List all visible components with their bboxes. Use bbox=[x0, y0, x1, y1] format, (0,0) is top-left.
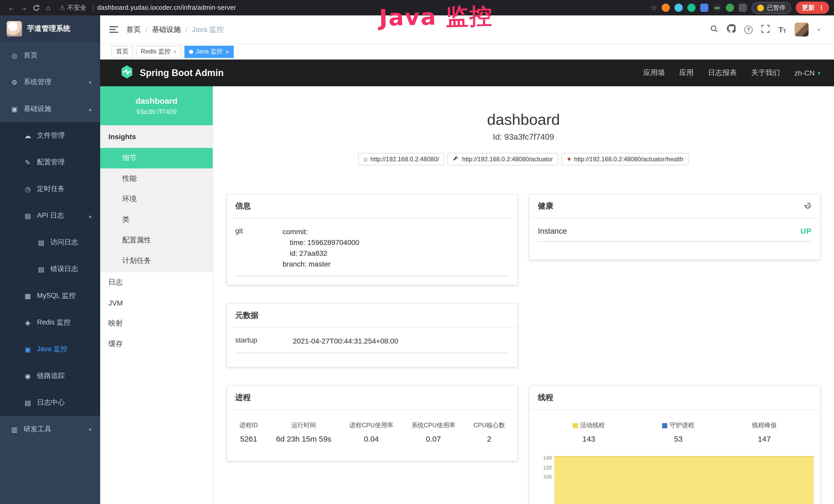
close-icon[interactable]: × bbox=[225, 48, 229, 55]
locale-selector[interactable]: zh-CN ▾ bbox=[794, 69, 820, 77]
panel-item-metrics[interactable]: 性能 bbox=[100, 168, 213, 189]
browser-home-icon[interactable]: ⌂ bbox=[42, 2, 54, 14]
sidebar-item-home[interactable]: ◎ 首页 bbox=[0, 42, 100, 69]
extension-icon-orange[interactable] bbox=[662, 4, 670, 12]
extension-icon-leaf[interactable] bbox=[726, 4, 734, 12]
panel-item-caches[interactable]: 缓存 bbox=[100, 334, 213, 354]
document-icon: ▤ bbox=[24, 399, 32, 407]
info-card-body: git commit: time: 1596289704000 id: 27aa… bbox=[227, 218, 517, 284]
sidebar-item-label: 日志中心 bbox=[37, 398, 65, 407]
page-title: dashboard bbox=[226, 111, 820, 129]
sba-brand[interactable]: Spring Boot Admin bbox=[120, 65, 224, 82]
search-icon[interactable] bbox=[710, 24, 718, 35]
sidebar-item-job[interactable]: ◷ 定时任务 bbox=[0, 176, 100, 202]
infra-icon: ▣ bbox=[10, 105, 19, 113]
panel-item-classes[interactable]: 类 bbox=[100, 209, 213, 230]
tab-redis-monitor[interactable]: Redis 监控 × bbox=[136, 45, 181, 58]
git-value: commit: time: 1596289704000 id: 27aa832 … bbox=[283, 226, 359, 270]
stat-label: CPU核心数 bbox=[474, 421, 505, 430]
process-card-title: 进程 bbox=[235, 393, 251, 403]
address-bar[interactable]: ⚠ 不安全 dashboard.yudao.iocoder.cn/infra/a… bbox=[60, 3, 236, 12]
sidebar-item-redis[interactable]: ◈ Redis 监控 bbox=[0, 309, 100, 336]
sidebar-item-label: 错误日志 bbox=[50, 265, 78, 274]
back-icon[interactable]: ← bbox=[5, 2, 18, 14]
health-card-header: 健康 bbox=[530, 194, 820, 218]
app-logo[interactable]: 芋道管理系统 bbox=[0, 16, 100, 42]
update-button[interactable]: 更新 ⋮ bbox=[796, 2, 829, 14]
sidebar-item-label: 文件管理 bbox=[37, 131, 65, 140]
sidebar-item-file[interactable]: ☁ 文件管理 bbox=[0, 122, 100, 149]
health-url-button[interactable]: ♥ http://192.168.0.2:48080/actuator/heal… bbox=[562, 153, 689, 165]
fullscreen-icon[interactable] bbox=[761, 24, 770, 35]
sidebar-item-system[interactable]: ⚙ 系统管理 ▾ bbox=[0, 69, 100, 95]
breadcrumb-home[interactable]: 首页 bbox=[126, 25, 141, 34]
avatar[interactable] bbox=[795, 23, 809, 37]
hamburger-icon[interactable] bbox=[109, 26, 118, 33]
tab-label: Java 监控 bbox=[196, 47, 223, 56]
instance-header[interactable]: dashboard 93a3fc7f7409 bbox=[100, 86, 213, 125]
health-instance-row[interactable]: Instance UP bbox=[538, 226, 812, 242]
sba-brand-label: Spring Boot Admin bbox=[140, 68, 224, 78]
navbar-actions: ? TT ▾ bbox=[710, 23, 820, 37]
sba-nav-wall[interactable]: 应用墙 bbox=[643, 68, 665, 77]
sidebar-item-error-log[interactable]: ▤ 错误日志 bbox=[0, 256, 100, 282]
github-icon[interactable] bbox=[727, 24, 736, 35]
tab-java-monitor[interactable]: Java 监控 × bbox=[184, 45, 234, 58]
kebab-menu-icon[interactable]: ⋮ bbox=[818, 4, 825, 11]
extensions-puzzle-icon[interactable] bbox=[739, 4, 747, 12]
sba-nav-applications[interactable]: 应用 bbox=[679, 68, 694, 77]
instance-links: ⌂ http://192.168.0.2:48080/ http://192.1… bbox=[226, 153, 820, 165]
paused-badge[interactable]: 已暂停 bbox=[751, 2, 791, 14]
git-commit-line: commit: bbox=[283, 226, 359, 237]
service-url-button[interactable]: ⌂ http://192.168.0.2:48080/ bbox=[358, 153, 445, 165]
dashboard-icon: ◎ bbox=[10, 52, 19, 59]
sidebar-item-access-log[interactable]: ▤ 访问日志 bbox=[0, 229, 100, 256]
actuator-url-button[interactable]: http://192.168.0.2:48080/actuator bbox=[448, 153, 559, 165]
help-icon[interactable]: ? bbox=[744, 25, 752, 33]
caret-down-icon[interactable]: ▾ bbox=[817, 27, 820, 32]
chevron-up-icon: ▴ bbox=[89, 106, 91, 112]
panel-item-mappings[interactable]: 映射 bbox=[100, 313, 213, 334]
sidebar-item-java[interactable]: ▣ Java 监控 bbox=[0, 336, 100, 363]
security-warning-icon: ⚠ bbox=[60, 4, 65, 11]
git-time-line: time: 1596289704000 bbox=[283, 237, 359, 248]
close-icon[interactable]: × bbox=[173, 48, 177, 55]
stat-label: 活动线程 bbox=[580, 421, 605, 430]
font-size-icon[interactable]: TT bbox=[778, 25, 786, 34]
panel-item-details[interactable]: 细节 bbox=[100, 148, 213, 168]
extension-icon-drop[interactable] bbox=[675, 4, 683, 12]
sidebar-item-mysql[interactable]: ▦ MySQL 监控 bbox=[0, 282, 100, 309]
metadata-card-title: 元数据 bbox=[235, 311, 258, 320]
info-card-title: 信息 bbox=[235, 201, 251, 211]
breadcrumb-infra[interactable]: 基础设施 bbox=[152, 25, 181, 34]
sidebar-item-dev-tools[interactable]: ▥ 研发工具 ▾ bbox=[0, 416, 100, 443]
panel-item-logfile[interactable]: 日志 bbox=[100, 272, 213, 293]
panel-item-scheduled[interactable]: 计划任务 bbox=[100, 251, 213, 271]
insights-group: Insights 细节 性能 环境 类 配置属性 计划任务 bbox=[100, 125, 213, 272]
sba-nav-about[interactable]: 关于我们 bbox=[751, 68, 780, 77]
tab-label: 首页 bbox=[116, 47, 128, 56]
extension-icon-green[interactable] bbox=[687, 4, 696, 12]
sidebar-item-trace[interactable]: ◉ 链路追踪 bbox=[0, 363, 100, 389]
process-card-body: 进程ID 5261 运行时间 6d 23h 15m 59s bbox=[227, 410, 517, 461]
extension-icon-grid[interactable] bbox=[700, 4, 708, 12]
panel-item-env[interactable]: 环境 bbox=[100, 189, 213, 209]
instance-id: 93a3fc7f7409 bbox=[136, 108, 177, 115]
sidebar-item-config[interactable]: ✎ 配置管理 bbox=[0, 149, 100, 176]
sba-nav-journal[interactable]: 日志报表 bbox=[708, 68, 737, 77]
forward-icon[interactable]: → bbox=[18, 2, 30, 14]
bookmark-star-icon[interactable]: ☆ bbox=[651, 4, 657, 12]
sidebar-item-log-center[interactable]: ▤ 日志中心 bbox=[0, 389, 100, 416]
tab-home[interactable]: 首页 bbox=[111, 45, 133, 58]
threads-card: 线程 活动线程 143 守护进程 bbox=[529, 386, 820, 504]
history-icon[interactable] bbox=[804, 202, 812, 211]
font-size-large: T bbox=[778, 25, 783, 34]
screen: ← → ⌂ ⚠ 不安全 dashboard.yudao.iocoder.cn/i… bbox=[0, 0, 834, 504]
reload-icon[interactable] bbox=[30, 2, 42, 14]
cards-grid: 信息 git commit: time: 1596289704000 id: 2 bbox=[226, 194, 820, 504]
panel-item-configprops[interactable]: 配置属性 bbox=[100, 230, 213, 251]
panel-item-jvm[interactable]: JVM bbox=[100, 293, 213, 313]
sidebar-item-infra[interactable]: ▣ 基础设施 ▴ bbox=[0, 95, 100, 122]
extension-icon-on-badge[interactable]: on bbox=[713, 4, 721, 12]
sidebar-item-api-log[interactable]: ▤ API 日志 ▴ bbox=[0, 202, 100, 229]
